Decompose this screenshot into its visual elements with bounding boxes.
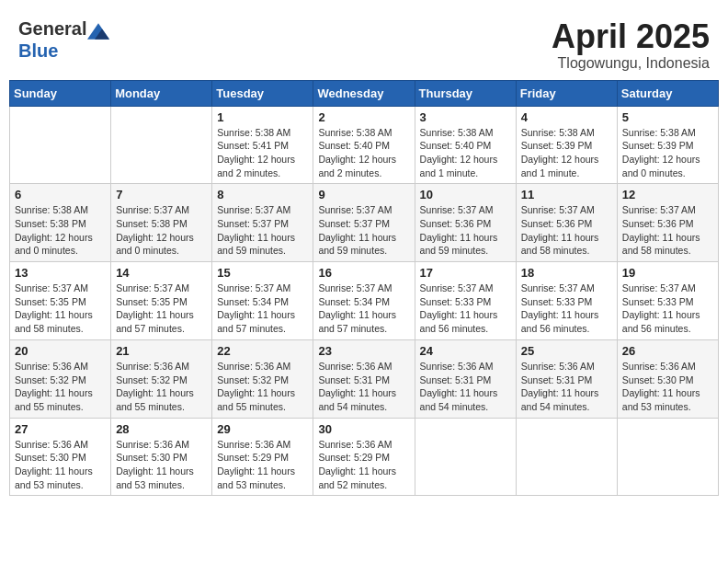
day-cell: 29Sunrise: 5:36 AMSunset: 5:29 PMDayligh… [212, 418, 313, 496]
month-title: April 2025 [552, 18, 710, 55]
day-info: Sunrise: 5:37 AMSunset: 5:34 PMDaylight:… [217, 282, 308, 336]
day-info: Sunrise: 5:36 AMSunset: 5:30 PMDaylight:… [15, 438, 106, 492]
day-number: 27 [15, 422, 106, 436]
week-row-4: 20Sunrise: 5:36 AMSunset: 5:32 PMDayligh… [10, 339, 719, 418]
day-cell [415, 418, 516, 496]
day-info: Sunrise: 5:36 AMSunset: 5:31 PMDaylight:… [521, 360, 612, 414]
day-cell: 9Sunrise: 5:37 AMSunset: 5:37 PMDaylight… [313, 184, 415, 262]
day-info: Sunrise: 5:36 AMSunset: 5:30 PMDaylight:… [116, 438, 207, 492]
day-number: 29 [217, 422, 308, 436]
weekday-header-tuesday: Tuesday [212, 80, 313, 106]
day-info: Sunrise: 5:37 AMSunset: 5:37 PMDaylight:… [318, 203, 409, 258]
day-info: Sunrise: 5:38 AMSunset: 5:38 PMDaylight:… [15, 203, 106, 258]
logo-general: General [18, 22, 110, 38]
logo-text: General Blue [18, 18, 110, 62]
week-row-5: 27Sunrise: 5:36 AMSunset: 5:30 PMDayligh… [10, 418, 719, 496]
day-number: 25 [521, 344, 612, 358]
day-cell: 10Sunrise: 5:37 AMSunset: 5:36 PMDayligh… [415, 184, 516, 262]
week-row-1: 1Sunrise: 5:38 AMSunset: 5:41 PMDaylight… [10, 106, 719, 184]
day-number: 1 [217, 110, 308, 124]
day-number: 13 [15, 266, 106, 280]
day-cell: 15Sunrise: 5:37 AMSunset: 5:34 PMDayligh… [212, 262, 313, 340]
day-info: Sunrise: 5:37 AMSunset: 5:33 PMDaylight:… [622, 282, 713, 336]
day-number: 20 [15, 344, 106, 358]
day-info: Sunrise: 5:36 AMSunset: 5:32 PMDaylight:… [116, 360, 207, 414]
day-cell [617, 418, 718, 496]
day-cell: 2Sunrise: 5:38 AMSunset: 5:40 PMDaylight… [313, 106, 415, 184]
day-cell: 18Sunrise: 5:37 AMSunset: 5:33 PMDayligh… [516, 262, 617, 340]
day-info: Sunrise: 5:37 AMSunset: 5:36 PMDaylight:… [420, 203, 511, 258]
day-cell: 5Sunrise: 5:38 AMSunset: 5:39 PMDaylight… [617, 106, 718, 184]
weekday-header-wednesday: Wednesday [313, 80, 415, 106]
day-cell: 16Sunrise: 5:37 AMSunset: 5:34 PMDayligh… [313, 262, 415, 340]
day-cell: 21Sunrise: 5:36 AMSunset: 5:32 PMDayligh… [111, 339, 212, 418]
day-number: 11 [521, 188, 612, 201]
weekday-header-monday: Monday [111, 80, 212, 106]
day-info: Sunrise: 5:36 AMSunset: 5:31 PMDaylight:… [318, 360, 409, 414]
day-info: Sunrise: 5:37 AMSunset: 5:38 PMDaylight:… [116, 203, 207, 258]
day-cell: 17Sunrise: 5:37 AMSunset: 5:33 PMDayligh… [415, 262, 516, 340]
day-cell: 13Sunrise: 5:37 AMSunset: 5:35 PMDayligh… [10, 262, 111, 340]
day-number: 26 [622, 344, 713, 358]
day-info: Sunrise: 5:38 AMSunset: 5:41 PMDaylight:… [217, 126, 308, 180]
title-area: April 2025 Tlogowungu, Indonesia [552, 18, 710, 72]
day-number: 28 [116, 422, 207, 436]
day-number: 30 [318, 422, 409, 436]
day-info: Sunrise: 5:37 AMSunset: 5:35 PMDaylight:… [116, 282, 207, 336]
day-number: 12 [622, 188, 713, 201]
location-title: Tlogowungu, Indonesia [552, 55, 710, 72]
day-info: Sunrise: 5:37 AMSunset: 5:34 PMDaylight:… [318, 282, 409, 336]
day-cell: 3Sunrise: 5:38 AMSunset: 5:40 PMDaylight… [415, 106, 516, 184]
day-cell: 6Sunrise: 5:38 AMSunset: 5:38 PMDaylight… [10, 184, 111, 262]
day-info: Sunrise: 5:36 AMSunset: 5:29 PMDaylight:… [217, 438, 308, 492]
day-info: Sunrise: 5:37 AMSunset: 5:37 PMDaylight:… [217, 203, 308, 258]
day-cell: 14Sunrise: 5:37 AMSunset: 5:35 PMDayligh… [111, 262, 212, 340]
day-cell: 25Sunrise: 5:36 AMSunset: 5:31 PMDayligh… [516, 339, 617, 418]
day-cell: 26Sunrise: 5:36 AMSunset: 5:30 PMDayligh… [617, 339, 718, 418]
day-number: 8 [217, 188, 308, 201]
day-number: 16 [318, 266, 409, 280]
day-info: Sunrise: 5:36 AMSunset: 5:32 PMDaylight:… [15, 360, 106, 414]
day-cell: 22Sunrise: 5:36 AMSunset: 5:32 PMDayligh… [212, 339, 313, 418]
weekday-header-friday: Friday [516, 80, 617, 106]
day-info: Sunrise: 5:38 AMSunset: 5:40 PMDaylight:… [420, 126, 511, 180]
day-number: 24 [420, 344, 511, 358]
week-row-2: 6Sunrise: 5:38 AMSunset: 5:38 PMDaylight… [10, 184, 719, 262]
day-cell: 11Sunrise: 5:37 AMSunset: 5:36 PMDayligh… [516, 184, 617, 262]
day-number: 5 [622, 110, 713, 124]
day-cell: 8Sunrise: 5:37 AMSunset: 5:37 PMDaylight… [212, 184, 313, 262]
week-row-3: 13Sunrise: 5:37 AMSunset: 5:35 PMDayligh… [10, 262, 719, 340]
day-number: 21 [116, 344, 207, 358]
weekday-header-sunday: Sunday [10, 80, 111, 106]
weekday-header-saturday: Saturday [617, 80, 718, 106]
day-cell: 28Sunrise: 5:36 AMSunset: 5:30 PMDayligh… [111, 418, 212, 496]
day-info: Sunrise: 5:38 AMSunset: 5:40 PMDaylight:… [318, 126, 409, 180]
day-number: 23 [318, 344, 409, 358]
day-cell: 4Sunrise: 5:38 AMSunset: 5:39 PMDaylight… [516, 106, 617, 184]
day-cell: 1Sunrise: 5:38 AMSunset: 5:41 PMDaylight… [212, 106, 313, 184]
day-number: 19 [622, 266, 713, 280]
day-number: 9 [318, 188, 409, 201]
day-number: 17 [420, 266, 511, 280]
day-info: Sunrise: 5:37 AMSunset: 5:36 PMDaylight:… [622, 203, 713, 258]
logo: General Blue [18, 18, 110, 62]
day-cell: 23Sunrise: 5:36 AMSunset: 5:31 PMDayligh… [313, 339, 415, 418]
day-number: 10 [420, 188, 511, 201]
day-cell [10, 106, 111, 184]
day-cell: 20Sunrise: 5:36 AMSunset: 5:32 PMDayligh… [10, 339, 111, 418]
header: General Blue April 2025 Tlogowungu, Indo… [9, 9, 719, 76]
day-info: Sunrise: 5:36 AMSunset: 5:30 PMDaylight:… [622, 360, 713, 414]
day-number: 14 [116, 266, 207, 280]
day-cell [111, 106, 212, 184]
day-cell: 24Sunrise: 5:36 AMSunset: 5:31 PMDayligh… [415, 339, 516, 418]
day-info: Sunrise: 5:37 AMSunset: 5:35 PMDaylight:… [15, 282, 106, 336]
weekday-header-thursday: Thursday [415, 80, 516, 106]
day-cell [516, 418, 617, 496]
day-info: Sunrise: 5:37 AMSunset: 5:36 PMDaylight:… [521, 203, 612, 258]
day-number: 15 [217, 266, 308, 280]
day-cell: 27Sunrise: 5:36 AMSunset: 5:30 PMDayligh… [10, 418, 111, 496]
day-info: Sunrise: 5:36 AMSunset: 5:31 PMDaylight:… [420, 360, 511, 414]
day-number: 3 [420, 110, 511, 124]
day-number: 18 [521, 266, 612, 280]
day-number: 2 [318, 110, 409, 124]
